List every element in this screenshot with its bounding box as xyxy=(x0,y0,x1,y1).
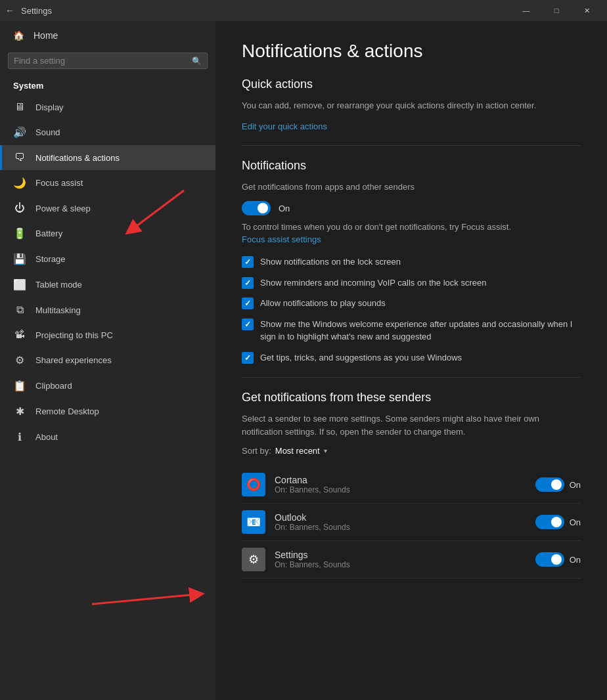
notifications-title: Notifications xyxy=(242,159,581,173)
divider-1 xyxy=(242,145,581,146)
app-row-settings[interactable]: ⚙ Settings On: Banners, Sounds On xyxy=(242,541,581,579)
quick-actions-desc: You can add, remove, or rearrange your q… xyxy=(242,99,581,112)
sidebar-label-notifications: Notifications & actions xyxy=(35,153,120,163)
sidebar: 🏠 Home 🔍 System 🖥Display🔊Sound🗨Notificat… xyxy=(0,21,215,700)
minimize-button[interactable]: — xyxy=(511,0,541,21)
notifications-toggle[interactable] xyxy=(242,201,271,215)
sidebar-item-sound[interactable]: 🔊Sound xyxy=(0,120,215,145)
home-icon: 🏠 xyxy=(13,30,24,41)
settings-icon: ⚙ xyxy=(242,548,265,571)
checkbox-lock-screen[interactable] xyxy=(242,256,254,268)
checkbox-label-sounds: Allow notifications to play sounds xyxy=(260,297,386,310)
cortana-name: Cortana xyxy=(275,475,526,485)
search-icon: 🔍 xyxy=(192,56,202,66)
focus-assist-link[interactable]: Focus assist settings xyxy=(242,234,321,244)
power-icon: ⏻ xyxy=(13,202,26,214)
sidebar-label-display: Display xyxy=(35,102,64,112)
sidebar-item-projecting[interactable]: 📽Projecting to this PC xyxy=(0,322,215,347)
focus-note: To control times when you do or don't ge… xyxy=(242,222,581,232)
maximize-button[interactable]: □ xyxy=(541,0,572,21)
quick-actions-title: Quick actions xyxy=(242,77,581,91)
projecting-icon: 📽 xyxy=(13,329,26,341)
sidebar-label-focus: Focus assist xyxy=(35,178,83,188)
cortana-toggle-label: On xyxy=(570,480,581,490)
checkbox-row-lock-screen[interactable]: Show notifications on the lock screen xyxy=(242,255,581,269)
checkbox-row-reminders[interactable]: Show reminders and incoming VoIP calls o… xyxy=(242,276,581,290)
sidebar-section-title: System xyxy=(0,76,215,95)
checkbox-row-welcome[interactable]: Show me the Windows welcome experience a… xyxy=(242,318,581,343)
titlebar: ← Settings — □ ✕ xyxy=(0,0,607,21)
notifications-main-label: Get notifications from apps and other se… xyxy=(242,181,581,194)
window-controls: — □ ✕ xyxy=(511,0,602,21)
focus-icon: 🌙 xyxy=(13,177,26,189)
page-title: Notifications & actions xyxy=(242,41,581,62)
sound-icon: 🔊 xyxy=(13,126,26,139)
checkbox-row-sounds[interactable]: Allow notifications to play sounds xyxy=(242,297,581,310)
app-row-cortana[interactable]: ⭕ Cortana On: Banners, Sounds On xyxy=(242,466,581,504)
settings-name: Settings xyxy=(275,550,526,560)
sidebar-label-power: Power & sleep xyxy=(35,204,91,213)
sidebar-label-shared: Shared experiences xyxy=(35,355,112,365)
tablet-icon: ⬜ xyxy=(13,278,26,291)
search-box[interactable]: 🔍 xyxy=(8,53,208,69)
sidebar-items: 🖥Display🔊Sound🗨Notifications & actions🌙F… xyxy=(0,95,215,450)
notifications-icon: 🗨 xyxy=(13,152,26,164)
search-input[interactable] xyxy=(14,56,188,66)
sidebar-label-sound: Sound xyxy=(35,127,60,137)
home-item[interactable]: 🏠 Home xyxy=(0,21,215,50)
edit-quick-actions-link[interactable]: Edit your quick actions xyxy=(242,121,327,131)
storage-icon: 💾 xyxy=(13,253,26,265)
app-row-outlook[interactable]: 📧 Outlook On: Banners, Sounds On xyxy=(242,504,581,541)
sidebar-item-display[interactable]: 🖥Display xyxy=(0,95,215,120)
sidebar-item-battery[interactable]: 🔋Battery xyxy=(0,221,215,246)
senders-title: Get notifications from these senders xyxy=(242,391,581,405)
sidebar-label-tablet: Tablet mode xyxy=(35,280,82,290)
sidebar-label-clipboard: Clipboard xyxy=(35,381,72,391)
outlook-sub: On: Banners, Sounds xyxy=(275,523,526,532)
cortana-sub: On: Banners, Sounds xyxy=(275,485,526,494)
checkboxes-container: Show notifications on the lock screenSho… xyxy=(242,255,581,364)
outlook-toggle-label: On xyxy=(570,517,581,527)
checkbox-welcome[interactable] xyxy=(242,318,254,330)
back-button[interactable]: ← xyxy=(5,5,14,16)
close-button[interactable]: ✕ xyxy=(572,0,602,21)
home-label: Home xyxy=(34,30,58,41)
checkbox-row-tips[interactable]: Get tips, tricks, and suggestions as you… xyxy=(242,351,581,364)
sort-value[interactable]: Most recent xyxy=(275,446,320,456)
divider-2 xyxy=(242,377,581,378)
outlook-icon: 📧 xyxy=(242,510,265,534)
notifications-toggle-row: On xyxy=(242,201,581,215)
sidebar-item-remote[interactable]: ✱Remote Desktop xyxy=(0,399,215,424)
sidebar-item-storage[interactable]: 💾Storage xyxy=(0,246,215,272)
outlook-toggle[interactable] xyxy=(535,515,564,529)
outlook-name: Outlook xyxy=(275,512,526,523)
cortana-toggle[interactable] xyxy=(535,477,564,492)
display-icon: 🖥 xyxy=(13,101,26,113)
app-body: 🏠 Home 🔍 System 🖥Display🔊Sound🗨Notificat… xyxy=(0,21,607,700)
clipboard-icon: 📋 xyxy=(13,380,26,392)
sidebar-item-clipboard[interactable]: 📋Clipboard xyxy=(0,373,215,399)
checkbox-sounds[interactable] xyxy=(242,297,254,309)
sidebar-item-shared[interactable]: ⚙Shared experiences xyxy=(0,347,215,373)
checkbox-reminders[interactable] xyxy=(242,277,254,289)
sidebar-item-focus[interactable]: 🌙Focus assist xyxy=(0,170,215,196)
sidebar-item-multitasking[interactable]: ⧉Multitasking xyxy=(0,297,215,322)
sidebar-item-power[interactable]: ⏻Power & sleep xyxy=(0,196,215,221)
shared-icon: ⚙ xyxy=(13,354,26,366)
toggle-knob xyxy=(258,203,268,213)
app-rows: ⭕ Cortana On: Banners, Sounds On 📧 Outlo… xyxy=(242,466,581,579)
sidebar-item-tablet[interactable]: ⬜Tablet mode xyxy=(0,272,215,297)
checkbox-label-welcome: Show me the Windows welcome experience a… xyxy=(260,318,581,343)
sidebar-item-about[interactable]: ℹAbout xyxy=(0,424,215,450)
battery-icon: 🔋 xyxy=(13,227,26,240)
checkbox-tips[interactable] xyxy=(242,352,254,364)
sidebar-label-multitasking: Multitasking xyxy=(35,305,81,315)
checkbox-label-lock-screen: Show notifications on the lock screen xyxy=(260,255,401,269)
sidebar-label-projecting: Projecting to this PC xyxy=(35,330,113,340)
settings-sub: On: Banners, Sounds xyxy=(275,560,526,569)
sidebar-label-storage: Storage xyxy=(35,254,66,264)
settings-toggle[interactable] xyxy=(535,552,564,567)
main-content: Notifications & actions Quick actions Yo… xyxy=(215,21,607,700)
checkbox-label-reminders: Show reminders and incoming VoIP calls o… xyxy=(260,276,486,290)
sidebar-item-notifications[interactable]: 🗨Notifications & actions xyxy=(0,145,215,170)
